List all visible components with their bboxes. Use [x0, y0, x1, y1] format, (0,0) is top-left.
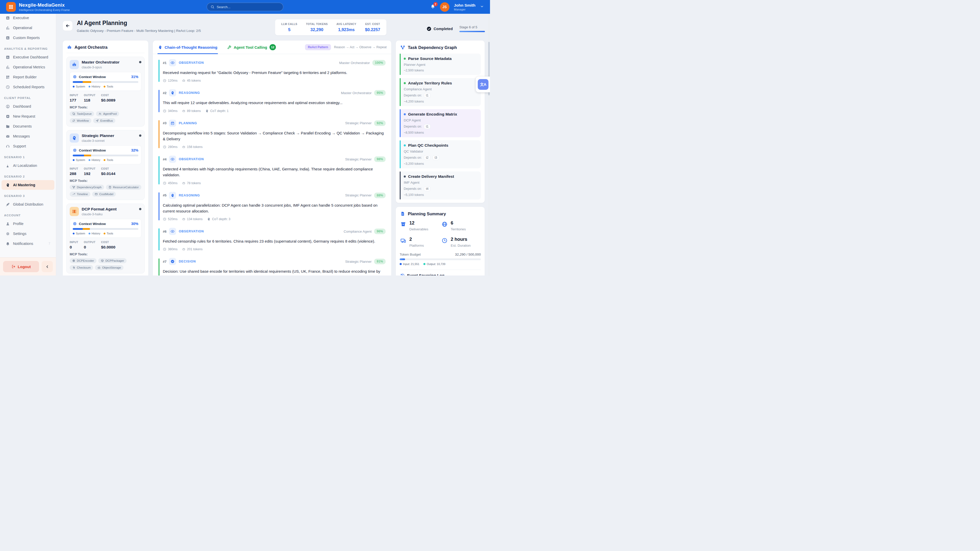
task-node[interactable]: Plan QC CheckpointsQC ValidatorDepends o…	[400, 140, 481, 168]
cot-step[interactable]: #3PLANNINGStrategic Planner92%Decomposin…	[159, 120, 386, 149]
budget-input-legend-label: Input: 21,551	[403, 262, 419, 265]
task-node[interactable]: Analyze Territory RulesCompliance AgentD…	[400, 78, 481, 106]
back-button[interactable]	[62, 21, 73, 31]
mcp-tool-chip[interactable]: DCPEncoder	[70, 258, 97, 263]
logout-button[interactable]: Logout	[3, 261, 39, 272]
app-logo[interactable]	[6, 2, 16, 12]
mcp-tool-chip[interactable]: ResourceCalculator	[106, 185, 142, 190]
agent-usage-label: COST	[101, 167, 115, 170]
task-dependencies: Depends on:t1	[404, 124, 477, 129]
task-node[interactable]: Create Delivery ManifestIMF AgentDepends…	[400, 171, 481, 200]
step-latency-value: 380ms	[168, 248, 178, 251]
cot-step[interactable]: #4OBSERVATIONStrategic Planner98%Detecte…	[159, 156, 386, 185]
mcp-tool-label: AgentPool	[103, 112, 117, 115]
mcp-tool-chip[interactable]: Timeline	[70, 192, 90, 197]
legend-label: System	[76, 159, 85, 162]
step-meta: 450ms78 tokens	[163, 181, 386, 185]
page-title: AI Agent Planning	[77, 20, 201, 27]
sidebar-item-global-distribution[interactable]: Global Distribution	[2, 200, 54, 209]
tab-count-badge: 12	[269, 44, 276, 50]
sidebar-item-documents[interactable]: Documents	[2, 121, 54, 131]
sidebar-item-operational-metrics[interactable]: Operational Metrics	[2, 62, 54, 72]
mcp-tool-chip[interactable]: Checksum	[70, 265, 93, 270]
brain-icon	[205, 109, 209, 113]
sidebar-item-report-builder[interactable]: Report Builder	[2, 72, 54, 82]
agent-card-strategic-planner[interactable]: Strategic Plannerclaude-3-sonnetContext …	[66, 130, 145, 200]
tab-chain-of-thought-reasoning[interactable]: Chain-of-Thought Reasoning	[158, 41, 218, 54]
tab-agent-tool-calling[interactable]: Agent Tool Calling12	[227, 41, 277, 54]
avatar[interactable]: JS	[440, 2, 449, 12]
mcp-tool-chip[interactable]: DependencyGraph	[70, 185, 104, 190]
sidebar-item-settings[interactable]: Settings	[2, 229, 54, 238]
step-agent-label: Master Orchestrator	[341, 91, 372, 95]
legend-item: Tools	[103, 232, 113, 235]
fingerprint-icon	[72, 266, 75, 269]
search-bar[interactable]	[207, 3, 283, 11]
sidebar-item-custom-reports[interactable]: Custom Reports	[2, 33, 54, 43]
agent-usage-col: COST$0.0000	[101, 241, 115, 249]
legend-item: System	[73, 232, 85, 235]
agent-name: DCP Format Agent	[82, 207, 136, 211]
card-icon	[95, 192, 98, 196]
sidebar-item-executive-dashboard[interactable]: Executive Dashboard	[2, 52, 54, 62]
context-window-legend: SystemHistoryTools	[73, 232, 138, 235]
task-agent: DCP Agent	[404, 118, 477, 122]
task-graph-title: Task Dependency Graph	[408, 45, 457, 50]
cot-step[interactable]: #2REASONINGMaster Orchestrator95%This wi…	[159, 89, 386, 113]
mcp-tool-chip[interactable]: DCPPackager	[98, 258, 127, 263]
page-scrollbar[interactable]	[488, 14, 490, 275]
user-menu-chevron[interactable]	[480, 5, 484, 10]
cot-step[interactable]: #5REASONINGStrategic Planner88%Calculati…	[159, 192, 386, 221]
sidebar-item-ai-localization[interactable]: AI Localization	[2, 161, 54, 170]
task-node[interactable]: Parse Source MetadataPlanner Agent~2,500…	[400, 54, 481, 75]
step-text: Calculating optimal parallelization: DCP…	[163, 202, 386, 214]
llm-stat: AVG LATENCY1,923ms	[336, 22, 356, 32]
mcp-tool-chip[interactable]: ObjectStorage	[95, 265, 124, 270]
user-name: John Smith	[454, 3, 476, 8]
mcp-tool-chip[interactable]: CostModel	[92, 192, 116, 197]
sidebar-item-scheduled-reports[interactable]: Scheduled Reports	[2, 82, 54, 92]
sidebar-item-dashboard[interactable]: Dashboard	[2, 102, 54, 111]
grid-logo-icon	[8, 4, 14, 10]
sidebar-item-operational[interactable]: Operational	[2, 23, 54, 33]
step-agent-label: Compliance Agent	[344, 230, 372, 233]
sidebar-item-notifications[interactable]: Notifications7	[2, 239, 54, 248]
cot-step[interactable]: #1OBSERVATIONMaster Orchestrator100%Rece…	[159, 59, 386, 83]
cot-step[interactable]: #6OBSERVATIONCompliance Agent96%Fetched …	[159, 228, 386, 251]
sidebar-item-label: Notifications	[13, 241, 33, 246]
sidebar-item-new-request[interactable]: New Request	[2, 111, 54, 121]
tab-label: Chain-of-Thought Reasoning	[165, 45, 218, 49]
agent-card-dcp-format-agent[interactable]: DCP Format Agentclaude-3-haikuContext Wi…	[66, 203, 145, 273]
sidebar-item-support[interactable]: Support	[2, 141, 54, 151]
calc-icon	[108, 186, 111, 189]
mcp-tool-chip[interactable]: TaskQueue	[70, 111, 94, 116]
mcp-tool-chip[interactable]: EventBus	[93, 118, 115, 123]
mcp-tool-chip[interactable]: Workflow	[70, 118, 91, 123]
cot-step[interactable]: #7DECISIONStrategic Planner91%Decision: …	[159, 258, 386, 275]
agent-names: Master Orchestratorclaude-3-opus	[82, 60, 136, 69]
step-header: #3PLANNINGStrategic Planner92%	[163, 120, 386, 127]
mcp-tool-chip[interactable]: AgentPool	[96, 111, 119, 116]
translate-widget[interactable]: 文A	[476, 76, 490, 92]
summary-stat-text: 2Platforms	[409, 237, 424, 248]
task-node[interactable]: Generate Encoding MatrixDCP AgentDepends…	[400, 109, 481, 137]
user-block[interactable]: John Smith Manager	[454, 3, 476, 11]
completed-badge: Completed	[426, 26, 453, 32]
cot-steps: #1OBSERVATIONMaster Orchestrator100%Rece…	[153, 54, 391, 275]
llm-stat-value: 5	[281, 27, 298, 32]
sidebar-item-messages[interactable]: Messages	[2, 131, 54, 141]
sidebar-item-executive[interactable]: Executive	[2, 13, 54, 23]
sidebar-collapse-button[interactable]	[41, 261, 53, 272]
task-title-row: Plan QC Checkpoints	[404, 143, 477, 148]
task-tokens: ~4,200 tokens	[404, 100, 477, 103]
sidebar-item-profile[interactable]: Profile	[2, 219, 54, 229]
agent-card-master-orchestrator[interactable]: Master Orchestratorclaude-3-opusContext …	[66, 57, 145, 127]
summary-stat: 2 hoursEst. Duration	[442, 237, 480, 248]
sidebar-item-ai-mastering[interactable]: AI Mastering	[2, 180, 54, 190]
agent-usage-label: OUTPUT	[84, 241, 96, 244]
agent-usage-col: OUTPUT118	[84, 94, 96, 103]
send-icon	[96, 119, 99, 122]
notifications-button[interactable]: 7	[430, 4, 435, 10]
check-circle-icon	[170, 259, 175, 264]
search-input[interactable]	[217, 5, 280, 9]
